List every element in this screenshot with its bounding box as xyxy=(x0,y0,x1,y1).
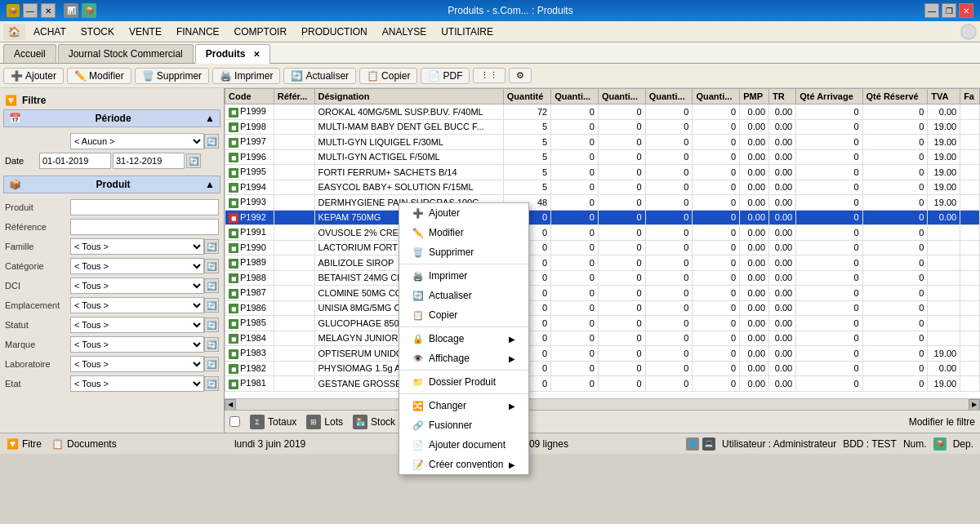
menu-production[interactable]: PRODUCTION xyxy=(295,24,374,40)
menu-utilitaire[interactable]: UTILITAIRE xyxy=(434,24,500,40)
table-row[interactable]: ◼P1997 MULTI-GYN LIQUIGEL F/30ML 5 0 0 0… xyxy=(225,135,980,150)
etat-select[interactable]: < Tous > xyxy=(70,375,204,392)
statut-refresh[interactable]: 🔄 xyxy=(204,318,219,332)
menu-analyse[interactable]: ANALYSE xyxy=(376,24,433,40)
menu-finance[interactable]: FINANCE xyxy=(170,24,226,40)
ctx-changer[interactable]: 🔀 Changer ▶ xyxy=(399,396,528,415)
emplacement-refresh[interactable]: 🔄 xyxy=(204,298,219,313)
produit-input[interactable] xyxy=(70,199,219,215)
scroll-right-btn[interactable]: ▶ xyxy=(969,399,980,411)
categorie-refresh[interactable]: 🔄 xyxy=(204,259,219,273)
tab-journal[interactable]: Journal Stock Commercial xyxy=(58,44,194,63)
ctx-convention[interactable]: 📝 Créer convention ▶ xyxy=(399,455,528,474)
ctx-ajouterdoc[interactable]: 📄 Ajouter document xyxy=(399,435,528,455)
table-row[interactable]: ◼P1981 GESTANE GROSSESS... 0 0 0 0 0 0.0… xyxy=(225,376,980,392)
marque-refresh[interactable]: 🔄 xyxy=(204,337,219,352)
famille-refresh[interactable]: 🔄 xyxy=(204,239,219,254)
ctx-copier[interactable]: 📋 Copier xyxy=(399,305,528,325)
table-row[interactable]: ◼P1999 OROKAL 40MG/5ML SUSP.BUV. F/40ML … xyxy=(225,104,980,120)
menu-achat[interactable]: ACHAT xyxy=(27,24,73,40)
laboratoire-refresh[interactable]: 🔄 xyxy=(204,357,219,371)
laboratoire-select[interactable]: < Tous > xyxy=(70,356,204,372)
table-row[interactable]: ◼P1985 GLUCOPHAGE 850M... 0 0 0 0 0 0.00… xyxy=(225,316,980,331)
table-row[interactable]: ◼P1996 MULTI-GYN ACTIGEL F/50ML 5 0 0 0 … xyxy=(225,149,980,165)
filter-status[interactable]: 🔽 Fitre xyxy=(7,438,42,450)
table-row[interactable]: ◼P1991 OVUSOLE 2% CREM... 0 0 0 0 0 0.00… xyxy=(225,225,980,241)
scroll-left-btn[interactable]: ◀ xyxy=(225,399,236,411)
horizontal-scrollbar[interactable]: ◀ ▶ xyxy=(225,398,980,410)
ctx-affichage[interactable]: 👁️ Affichage ▶ xyxy=(399,349,528,368)
close-app-btn[interactable]: ✕ xyxy=(41,3,56,18)
pdf-button[interactable]: 📄 PDF xyxy=(421,68,470,84)
periode-select[interactable]: < Aucun > xyxy=(70,133,204,149)
cell-tr: 0.00 xyxy=(769,210,796,225)
menu-comptoir[interactable]: COMPTOIR xyxy=(228,24,293,40)
ajouter-button[interactable]: ➕ Ajouter xyxy=(3,68,64,84)
lots-btn[interactable]: ⊞ Lots xyxy=(306,415,343,429)
periode-chevron: ▲ xyxy=(205,113,215,124)
categorie-select[interactable]: < Tous > xyxy=(70,258,204,274)
select-all-checkbox[interactable] xyxy=(229,416,240,427)
date-to-input[interactable] xyxy=(113,153,185,169)
marque-select[interactable]: < Tous > xyxy=(70,336,204,353)
settings-button[interactable]: ⚙ xyxy=(509,68,532,83)
reference-input[interactable] xyxy=(70,219,219,235)
date-from-input[interactable] xyxy=(39,153,111,169)
table-row[interactable]: ◼P1986 UNISIA 8MG/5MG CO... 0 0 0 0 0 0.… xyxy=(225,300,980,316)
table-row[interactable]: ◼P1989 ABILIZOLE SIROP 0 0 0 0 0 0.00 0.… xyxy=(225,255,980,271)
date-refresh[interactable]: 🔄 xyxy=(186,153,201,168)
ctx-fusionner[interactable]: 🔗 Fusionner xyxy=(399,415,528,435)
table-row[interactable]: ◼P1990 LACTORIUM FORTI... 0 0 0 0 0 0.00… xyxy=(225,240,980,255)
copier-button[interactable]: 📋 Copier xyxy=(359,68,417,84)
menu-stock[interactable]: STOCK xyxy=(74,24,121,40)
section-produit[interactable]: 📦 Produit ▲ xyxy=(3,175,220,193)
totaux-btn[interactable]: Σ Totaux xyxy=(250,415,296,429)
periode-refresh[interactable]: 🔄 xyxy=(204,134,219,149)
modifier-filtre-btn[interactable]: Modifier le filtre xyxy=(909,416,975,428)
home-menu[interactable]: 🏠 xyxy=(3,24,25,40)
dci-select[interactable]: < Tous > xyxy=(70,278,204,294)
table-row[interactable]: ◼P1992 KEPAM 750MG 0 0 0 0 0 0.00 0.00 0… xyxy=(225,210,980,225)
ctx-imprimer[interactable]: 🖨️ Imprimer xyxy=(399,266,528,286)
tab-accueil[interactable]: Accueil xyxy=(3,44,56,63)
statut-select[interactable]: < Tous > xyxy=(70,317,204,333)
ctx-ajouter[interactable]: ➕ Ajouter xyxy=(399,203,528,223)
imprimer-button[interactable]: 🖨️ Imprimer xyxy=(212,68,280,84)
cell-fa xyxy=(960,361,980,376)
table-row[interactable]: ◼P1998 MULTI-MAM BABY DENT GEL BUCC F...… xyxy=(225,119,980,135)
table-container[interactable]: Code Référ... Désignation Quantité Quant… xyxy=(225,88,980,398)
table-row[interactable]: ◼P1983 OPTISERUM UNIDOS... 0 0 0 0 0 0.0… xyxy=(225,346,980,362)
ctx-dossier[interactable]: 📁 Dossier Produit xyxy=(399,372,528,392)
menu-vente[interactable]: VENTE xyxy=(122,24,168,40)
table-row[interactable]: ◼P1995 FORTI FERRUM+ SACHETS B/14 5 0 0 … xyxy=(225,165,980,180)
section-periode[interactable]: 📅 Période ▲ xyxy=(3,109,220,127)
table-row[interactable]: ◼P1984 MELAGYN JUNIOR 0 0 0 0 0 0.00 0.0… xyxy=(225,331,980,346)
modifier-button[interactable]: ✏️ Modifier xyxy=(67,68,131,84)
table-row[interactable]: ◼P1988 BETAHIST 24MG CP... 0 0 0 0 0 0.0… xyxy=(225,270,980,286)
ctx-modifier[interactable]: ✏️ Modifier xyxy=(399,223,528,242)
dci-refresh[interactable]: 🔄 xyxy=(204,278,219,293)
cell-q4: 0 xyxy=(645,331,693,346)
scroll-track[interactable] xyxy=(236,401,969,409)
win-restore-btn[interactable]: ❐ xyxy=(942,3,956,18)
ctx-actualiser[interactable]: 🔄 Actualiser xyxy=(399,286,528,305)
table-row[interactable]: ◼P1987 CLOMINE 50MG COM... 0 0 0 0 0 0.0… xyxy=(225,286,980,301)
documents-status[interactable]: 📋 Documents xyxy=(51,438,117,450)
grid-options-button[interactable]: ⋮⋮ xyxy=(473,68,506,83)
table-row[interactable]: ◼P1982 PHYSIOMAG 1.5g A... 0 0 0 0 0 0.0… xyxy=(225,361,980,376)
ctx-supprimer[interactable]: 🗑️ Supprimer xyxy=(399,242,528,262)
table-row[interactable]: ◼P1994 EASYCOL BABY+ SOLUTION F/15ML 5 0… xyxy=(225,180,980,195)
emplacement-select[interactable]: < Tous > xyxy=(70,297,204,313)
famille-select[interactable]: < Tous > xyxy=(70,238,204,255)
table-row[interactable]: ◼P1993 DERMHYGIENE PAIN SURGRAS 100G 48 … xyxy=(225,195,980,211)
win-minimize-btn[interactable]: — xyxy=(924,3,939,18)
cell-tva xyxy=(928,316,960,331)
supprimer-button[interactable]: 🗑️ Supprimer xyxy=(135,68,209,84)
actualiser-button[interactable]: 🔄 Actualiser xyxy=(283,68,356,84)
etat-refresh[interactable]: 🔄 xyxy=(204,376,219,391)
ctx-blocage[interactable]: 🔒 Blocage ▶ xyxy=(399,329,528,349)
tab-close-icon[interactable]: ✕ xyxy=(253,50,260,59)
tab-produits[interactable]: Produits ✕ xyxy=(195,44,270,64)
win-close-btn[interactable]: ✕ xyxy=(959,3,973,18)
minimize-btn[interactable]: — xyxy=(23,3,38,18)
